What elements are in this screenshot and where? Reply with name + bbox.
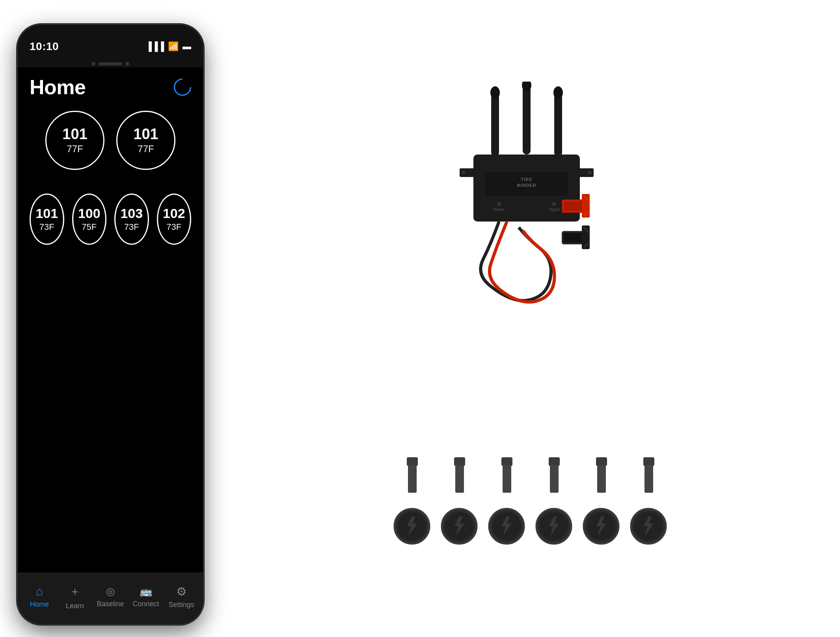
tire-2-temp: 77F (138, 143, 154, 155)
bottom-tire-row: 101 73F 100 75F 103 73F 102 73F (30, 194, 191, 245)
svg-rect-46 (597, 465, 606, 493)
phone-time: 10:10 (30, 40, 59, 53)
product-section: TIRE MINDER Power Signal (213, 0, 840, 637)
camera-dot-1 (91, 62, 95, 66)
svg-rect-34 (455, 465, 464, 493)
svg-text:TIRE: TIRE (521, 177, 532, 182)
receiver-image: TIRE MINDER Power Signal (412, 70, 649, 314)
svg-rect-4 (554, 93, 562, 156)
nav-learn[interactable]: ＋ Learn (59, 583, 91, 610)
status-bar: 10:10 ▐▐▐ 📶 ▬ (18, 25, 203, 60)
tire-circle-4[interactable]: 100 75F (72, 194, 107, 245)
bottom-navigation: ⌂ Home ＋ Learn ◎ Baseline 🚌 Connect ⚙ Se… (18, 573, 203, 624)
svg-rect-50 (644, 465, 653, 493)
tire-circle-5[interactable]: 103 73F (114, 194, 149, 245)
sensor-2 (441, 457, 478, 568)
svg-point-16 (552, 202, 556, 206)
nav-learn-label: Learn (66, 602, 84, 610)
phone-screen: Home 101 77F 101 77F 101 73F (18, 67, 203, 573)
tire-5-temp: 73F (124, 222, 139, 232)
nav-baseline[interactable]: ◎ Baseline (95, 585, 126, 608)
nav-connect-label: Connect (132, 600, 159, 608)
svg-text:Signal: Signal (549, 207, 560, 212)
tire-6-pressure: 102 (163, 206, 185, 221)
svg-point-8 (462, 171, 466, 175)
refresh-icon[interactable] (170, 75, 195, 99)
tire-3-pressure: 101 (35, 206, 58, 221)
receiver-svg: TIRE MINDER Power Signal (412, 82, 649, 318)
svg-rect-19 (564, 233, 582, 242)
svg-rect-24 (564, 201, 582, 211)
svg-point-10 (588, 171, 592, 175)
svg-text:MINDER: MINDER (517, 183, 536, 188)
tire-4-temp: 75F (82, 222, 97, 232)
sensor-4 (535, 457, 573, 568)
sensor-1 (393, 457, 431, 568)
phone-device: 10:10 ▐▐▐ 📶 ▬ Home 101 77F (18, 25, 203, 624)
svg-rect-2 (523, 86, 531, 155)
tire-1-temp: 77F (67, 143, 83, 155)
sensor-5 (583, 457, 620, 568)
tire-4-pressure: 100 (78, 206, 101, 221)
svg-rect-0 (491, 93, 499, 156)
svg-rect-45 (596, 457, 607, 466)
battery-icon: ▬ (183, 41, 191, 52)
wifi-icon: 📶 (168, 41, 179, 52)
tire-circle-2[interactable]: 101 77F (116, 111, 175, 170)
bus-icon: 🚌 (140, 585, 152, 598)
svg-rect-33 (454, 457, 465, 466)
camera-dot-2 (125, 62, 129, 66)
nav-baseline-label: Baseline (97, 600, 124, 608)
svg-rect-37 (501, 457, 512, 466)
svg-rect-42 (550, 465, 559, 493)
svg-point-5 (553, 86, 563, 99)
nav-home[interactable]: ⌂ Home (24, 585, 55, 609)
svg-text:Power: Power (493, 207, 505, 212)
sensor-6 (630, 457, 667, 568)
sensors-image (393, 418, 669, 568)
phone-notch (79, 25, 142, 37)
tire-circle-1[interactable]: 101 77F (45, 111, 104, 170)
nav-home-label: Home (30, 600, 49, 609)
tire-circle-6[interactable]: 102 73F (157, 194, 192, 245)
tire-circle-3[interactable]: 101 73F (30, 194, 64, 245)
signal-bars-icon: ▐▐▐ (145, 41, 164, 52)
nav-settings[interactable]: ⚙ Settings (166, 585, 197, 609)
page-title: Home (30, 75, 86, 99)
tire-6-temp: 73F (166, 222, 181, 232)
svg-point-1 (490, 86, 500, 99)
tire-1-pressure: 101 (62, 126, 87, 143)
status-icons: ▐▐▐ 📶 ▬ (145, 41, 191, 52)
sensor-3 (488, 457, 525, 568)
top-tire-row: 101 77F 101 77F (30, 111, 191, 170)
plus-icon: ＋ (69, 583, 81, 600)
svg-rect-49 (643, 457, 654, 466)
tire-5-pressure: 103 (120, 206, 143, 221)
camera-area (18, 62, 203, 66)
phone-speaker (99, 62, 122, 65)
tire-2-pressure: 101 (133, 126, 158, 143)
svg-rect-28 (407, 457, 418, 466)
screen-header: Home (30, 75, 191, 99)
svg-rect-41 (549, 457, 560, 466)
tire-3-temp: 73F (39, 222, 54, 232)
svg-rect-38 (503, 465, 511, 493)
phone-wrapper: 10:10 ▐▐▐ 📶 ▬ Home 101 77F (8, 17, 213, 632)
baseline-icon: ◎ (106, 585, 115, 598)
gear-icon: ⚙ (176, 585, 187, 598)
nav-connect[interactable]: 🚌 Connect (130, 585, 162, 608)
home-icon: ⌂ (36, 585, 43, 598)
svg-rect-29 (408, 465, 417, 493)
nav-settings-label: Settings (168, 601, 194, 609)
svg-point-14 (497, 202, 501, 206)
